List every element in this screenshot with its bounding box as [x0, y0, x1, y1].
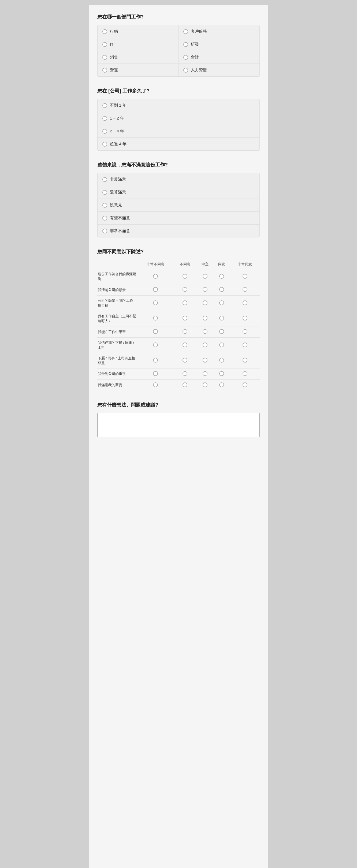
- radio-circle-q2-2to4: [102, 129, 107, 134]
- matrix-cell-7-0[interactable]: [138, 368, 173, 379]
- matrix-cell-7-1[interactable]: [173, 368, 197, 379]
- matrix-cell-2-3[interactable]: [213, 296, 230, 311]
- matrix-cell-5-1[interactable]: [173, 338, 197, 353]
- radio-circle-matrix-0-3: [219, 274, 224, 279]
- radio-item-q2-gt4[interactable]: 超過 4 年: [97, 138, 260, 150]
- matrix-cell-1-1[interactable]: [173, 284, 197, 296]
- matrix-cell-4-0[interactable]: [138, 327, 173, 338]
- matrix-cell-4-2[interactable]: [197, 327, 214, 338]
- matrix-col-strongly-disagree: 非常不同意: [138, 260, 173, 269]
- matrix-cell-4-4[interactable]: [230, 327, 260, 338]
- q3-section: 整體來說，您滿不滿意這份工作? 非常滿意 還算滿意 沒意見 有些不滿意 非常不滿…: [97, 161, 260, 238]
- radio-item-q3-very-satisfied[interactable]: 非常滿意: [97, 173, 260, 186]
- radio-circle-matrix-5-1: [182, 342, 187, 347]
- radio-circle-q1-it: [102, 42, 107, 47]
- radio-circle-matrix-7-4: [243, 371, 247, 376]
- matrix-cell-2-2[interactable]: [197, 296, 214, 311]
- matrix-cell-8-1[interactable]: [173, 379, 197, 391]
- radio-label-q3-very-dissatisfied: 非常不滿意: [110, 228, 130, 234]
- radio-item-q2-lt1[interactable]: 不到 1 年: [97, 99, 260, 112]
- radio-label-q1-accounting: 會計: [191, 55, 199, 60]
- matrix-cell-1-2[interactable]: [197, 284, 214, 296]
- matrix-cell-6-0[interactable]: [138, 353, 173, 368]
- matrix-cell-7-4[interactable]: [230, 368, 260, 379]
- radio-item-q1-accounting[interactable]: 會計: [179, 51, 260, 64]
- radio-circle-matrix-8-4: [243, 382, 247, 387]
- radio-item-q1-sales[interactable]: 銷售: [97, 51, 179, 64]
- radio-circle-matrix-0-4: [243, 274, 247, 279]
- matrix-cell-8-0[interactable]: [138, 379, 173, 391]
- matrix-col-strongly-agree: 非常同意: [230, 260, 260, 269]
- matrix-row-label-2: 公司的願景 = 我的工作總目標: [97, 296, 138, 311]
- q4-matrix-table: 非常不同意 不同意 中立 同意 非常同意 這份工作符合我的職涯規劃我清楚公司的願…: [97, 260, 260, 391]
- radio-item-q1-it[interactable]: IT: [97, 38, 179, 51]
- matrix-row-1: 我清楚公司的願景: [97, 284, 260, 296]
- radio-item-q3-dissatisfied[interactable]: 有些不滿意: [97, 212, 260, 224]
- radio-label-q3-very-satisfied: 非常滿意: [110, 177, 126, 182]
- matrix-cell-1-4[interactable]: [230, 284, 260, 296]
- matrix-cell-1-0[interactable]: [138, 284, 173, 296]
- matrix-cell-0-0[interactable]: [138, 269, 173, 284]
- radio-circle-matrix-7-0: [153, 371, 158, 376]
- radio-item-q1-rd[interactable]: 研發: [179, 38, 260, 51]
- matrix-row-8: 我滿意我的薪資: [97, 379, 260, 391]
- radio-item-q3-neutral[interactable]: 沒意見: [97, 199, 260, 212]
- matrix-row-7: 我受到公司的重視: [97, 368, 260, 379]
- matrix-cell-5-2[interactable]: [197, 338, 214, 353]
- matrix-cell-4-3[interactable]: [213, 327, 230, 338]
- matrix-cell-7-3[interactable]: [213, 368, 230, 379]
- matrix-cell-8-4[interactable]: [230, 379, 260, 391]
- radio-item-q2-1to2[interactable]: 1 ~ 2 年: [97, 112, 260, 125]
- radio-item-q1-marketing[interactable]: 行銷: [97, 25, 179, 38]
- radio-item-q1-ops[interactable]: 營運: [97, 64, 179, 76]
- radio-circle-matrix-7-2: [203, 371, 207, 376]
- matrix-row-label-1: 我清楚公司的願景: [97, 284, 138, 296]
- matrix-cell-3-1[interactable]: [173, 311, 197, 326]
- matrix-cell-8-3[interactable]: [213, 379, 230, 391]
- q4-title: 您同不同意以下陳述?: [97, 248, 260, 255]
- matrix-cell-1-3[interactable]: [213, 284, 230, 296]
- radio-circle-matrix-5-3: [219, 342, 224, 347]
- radio-item-q3-very-dissatisfied[interactable]: 非常不滿意: [97, 224, 260, 237]
- matrix-cell-5-3[interactable]: [213, 338, 230, 353]
- radio-item-q1-customer[interactable]: 客戶服務: [179, 25, 260, 38]
- matrix-cell-4-1[interactable]: [173, 327, 197, 338]
- radio-circle-q1-customer: [183, 29, 188, 34]
- q5-textarea[interactable]: [97, 413, 260, 437]
- matrix-cell-6-3[interactable]: [213, 353, 230, 368]
- matrix-cell-8-2[interactable]: [197, 379, 214, 391]
- q1-title: 您在哪一個部門工作?: [97, 13, 260, 21]
- matrix-cell-0-4[interactable]: [230, 269, 260, 284]
- radio-circle-matrix-7-3: [219, 371, 224, 376]
- radio-circle-matrix-2-2: [203, 301, 207, 305]
- radio-circle-matrix-4-1: [182, 329, 187, 334]
- matrix-cell-0-1[interactable]: [173, 269, 197, 284]
- matrix-cell-2-4[interactable]: [230, 296, 260, 311]
- q3-options-list: 非常滿意 還算滿意 沒意見 有些不滿意 非常不滿意: [97, 173, 260, 238]
- matrix-cell-6-2[interactable]: [197, 353, 214, 368]
- radio-item-q3-satisfied[interactable]: 還算滿意: [97, 186, 260, 199]
- matrix-cell-2-1[interactable]: [173, 296, 197, 311]
- matrix-cell-5-0[interactable]: [138, 338, 173, 353]
- radio-item-q1-hr[interactable]: 人力資源: [179, 64, 260, 76]
- matrix-cell-5-4[interactable]: [230, 338, 260, 353]
- radio-label-q3-satisfied: 還算滿意: [110, 190, 126, 195]
- radio-item-q2-2to4[interactable]: 2 ~ 4 年: [97, 125, 260, 138]
- radio-label-q1-rd: 研發: [191, 42, 199, 47]
- matrix-cell-3-4[interactable]: [230, 311, 260, 326]
- matrix-cell-0-3[interactable]: [213, 269, 230, 284]
- matrix-cell-6-4[interactable]: [230, 353, 260, 368]
- matrix-cell-7-2[interactable]: [197, 368, 214, 379]
- matrix-cell-6-1[interactable]: [173, 353, 197, 368]
- radio-circle-q1-hr: [183, 68, 188, 73]
- matrix-header-empty: [97, 260, 138, 269]
- matrix-cell-3-3[interactable]: [213, 311, 230, 326]
- radio-circle-matrix-3-3: [219, 316, 224, 320]
- radio-circle-q3-very-dissatisfied: [102, 228, 107, 234]
- radio-label-q3-dissatisfied: 有些不滿意: [110, 215, 130, 221]
- matrix-cell-3-0[interactable]: [138, 311, 173, 326]
- matrix-cell-0-2[interactable]: [197, 269, 214, 284]
- radio-circle-matrix-0-2: [203, 274, 207, 279]
- matrix-cell-2-0[interactable]: [138, 296, 173, 311]
- matrix-cell-3-2[interactable]: [197, 311, 214, 326]
